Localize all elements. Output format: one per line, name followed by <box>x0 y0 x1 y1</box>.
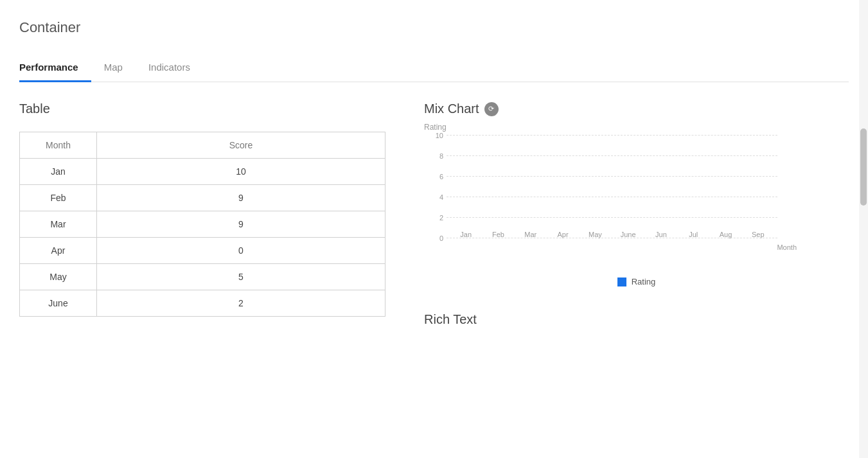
page-container: Container Performance Map Indicators Tab… <box>0 0 868 458</box>
bar-x-label: May <box>589 231 602 238</box>
grid-label: 0 <box>439 234 443 242</box>
chart-wrapper: Rating 0246810 JanFebMarAprMayJuneJunJul… <box>424 129 784 258</box>
chart-title: Mix Chart <box>424 101 479 116</box>
col-header-month: Month <box>20 132 97 159</box>
table-title: Table <box>19 101 385 116</box>
chart-header: Mix Chart ⟳ <box>424 101 849 116</box>
bar-x-label: Apr <box>558 231 569 238</box>
bars-container: JanFebMarAprMayJuneJunJulAugSep <box>447 136 777 238</box>
scrollbar-thumb[interactable] <box>860 128 867 206</box>
cell-score: 9 <box>97 185 385 211</box>
legend-color <box>617 277 626 286</box>
cell-month: Feb <box>20 185 97 211</box>
grid-label: 8 <box>439 152 443 160</box>
cell-score: 10 <box>97 159 385 185</box>
cell-month: Jan <box>20 159 97 185</box>
data-table: Month Score Jan10Feb9Mar9Apr0May5June2 <box>19 132 385 317</box>
tab-map[interactable]: Map <box>104 55 136 82</box>
grid-label: 6 <box>439 173 443 181</box>
scrollbar-track[interactable] <box>859 0 868 458</box>
rich-text-title: Rich Text <box>424 312 849 327</box>
chart-settings-icon[interactable]: ⟳ <box>484 102 499 116</box>
grid-label: 2 <box>439 214 443 222</box>
bar-x-label: Jun <box>655 231 667 238</box>
table-row: June2 <box>20 290 385 317</box>
bar-x-label: Feb <box>492 231 504 238</box>
grid-label: 10 <box>436 132 443 139</box>
bar-group: May <box>588 228 602 238</box>
bar-group: Jul <box>686 228 700 238</box>
chart-section: Mix Chart ⟳ Rating 0246810 JanFebMarAprM… <box>424 101 849 342</box>
grid-label: 4 <box>439 193 443 201</box>
table-row: May5 <box>20 264 385 290</box>
bar-x-label: Aug <box>720 231 732 238</box>
chart-area: 0246810 JanFebMarAprMayJuneJunJulAugSep … <box>447 136 777 238</box>
bar-group: June <box>621 228 636 238</box>
tabs-bar: Performance Map Indicators <box>19 55 849 82</box>
tab-indicators[interactable]: Indicators <box>148 55 203 82</box>
cell-score: 9 <box>97 211 385 238</box>
table-row: Jan10 <box>20 159 385 185</box>
y-axis-label: Rating <box>424 123 447 132</box>
x-axis-month-label: Month <box>777 243 797 251</box>
bar-x-label: Mar <box>524 231 536 238</box>
bar-x-label: Jul <box>689 231 698 238</box>
main-content: Table Month Score Jan10Feb9Mar9Apr0May5J… <box>19 101 849 342</box>
page-title: Container <box>19 19 849 36</box>
rich-text-section: Rich Text <box>424 312 849 327</box>
table-row: Mar9 <box>20 211 385 238</box>
bar-group: Mar <box>524 228 538 238</box>
bar-group: Apr <box>556 228 570 238</box>
bar-group: Jun <box>654 228 668 238</box>
cell-month: May <box>20 264 97 290</box>
chart-legend: Rating <box>424 277 849 286</box>
bar-group: Aug <box>719 228 733 238</box>
cell-month: June <box>20 290 97 317</box>
cell-score: 5 <box>97 264 385 290</box>
bar-group: Jan <box>459 228 473 238</box>
cell-score: 2 <box>97 290 385 317</box>
bar-group: Sep <box>751 228 765 238</box>
table-row: Feb9 <box>20 185 385 211</box>
bar-x-label: Jan <box>460 231 472 238</box>
table-row: Apr0 <box>20 238 385 264</box>
table-section: Table Month Score Jan10Feb9Mar9Apr0May5J… <box>19 101 385 317</box>
legend-label: Rating <box>632 277 656 286</box>
bar-x-label: June <box>621 231 636 238</box>
cell-score: 0 <box>97 238 385 264</box>
cell-month: Mar <box>20 211 97 238</box>
bar-group: Feb <box>491 228 505 238</box>
tab-performance[interactable]: Performance <box>19 55 91 82</box>
bar-x-label: Sep <box>752 231 765 238</box>
col-header-score: Score <box>97 132 385 159</box>
cell-month: Apr <box>20 238 97 264</box>
